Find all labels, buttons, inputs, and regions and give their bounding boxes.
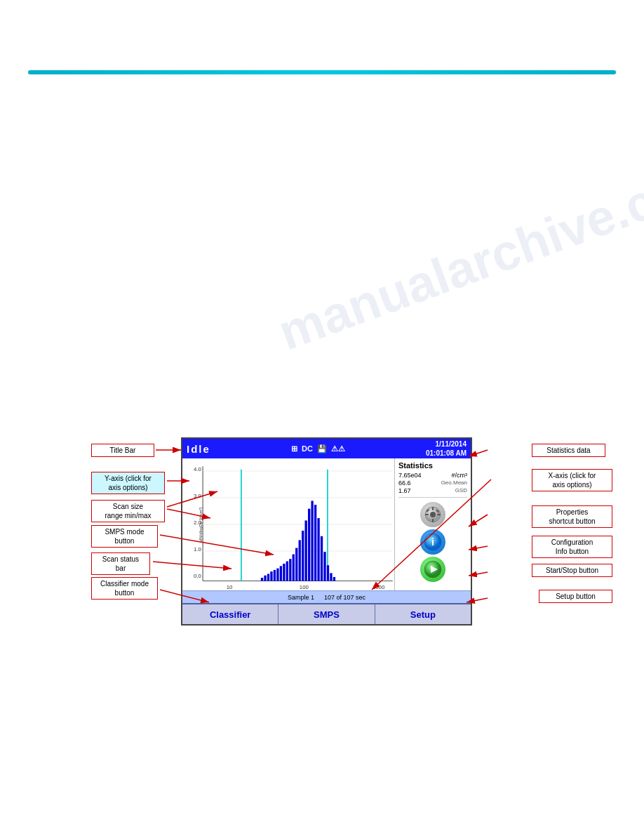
label-smps-mode: SMPS mode button: [91, 525, 158, 548]
label-scan-status: Scan status bar: [91, 552, 150, 575]
stats-row-1: 7.65e04 #/cm³: [398, 472, 467, 479]
svg-rect-36: [323, 552, 326, 581]
svg-rect-31: [308, 509, 310, 581]
svg-rect-19: [270, 571, 272, 581]
label-y-axis: Y-axis (click for axis options): [91, 472, 165, 494]
titlebar-status: Idle: [187, 443, 210, 455]
stats-label-3: GSD: [455, 487, 467, 494]
svg-text:1.0: 1.0: [194, 546, 202, 552]
svg-rect-16: [261, 578, 263, 581]
svg-rect-30: [304, 520, 307, 581]
svg-rect-22: [280, 566, 282, 581]
start-stop-button[interactable]: [420, 557, 445, 582]
top-decorative-bar: [28, 70, 616, 74]
svg-rect-28: [299, 540, 301, 581]
properties-shortcut-button[interactable]: [420, 502, 445, 527]
svg-rect-39: [333, 577, 335, 581]
svg-rect-24: [286, 562, 288, 581]
tab-setup[interactable]: Setup: [375, 604, 471, 624]
stats-value-1: 7.65e04: [398, 472, 422, 479]
svg-text:4.0: 4.0: [194, 466, 202, 472]
dc-label: DC: [302, 444, 313, 453]
svg-rect-44: [432, 519, 434, 522]
svg-rect-32: [311, 501, 313, 581]
chart-area[interactable]: dN/dlogDp [#/cm³] 4.0 3.0 2.0 1.0 0.0: [182, 458, 395, 590]
stats-label-2: Geo.Mean: [441, 479, 467, 486]
svg-rect-20: [274, 570, 276, 581]
screen-titlebar: Idle ⊞ DC 💾 ⚠⚠ 1/11/2014 01:01:08 AM: [182, 439, 471, 458]
svg-rect-38: [330, 573, 332, 581]
tab-bar: Classifier SMPS Setup: [182, 603, 471, 624]
svg-text:0.0: 0.0: [194, 573, 202, 579]
stats-value-2: 66.6: [398, 479, 411, 486]
label-title-bar: Title Bar: [91, 444, 154, 457]
icon-buttons: i: [398, 497, 467, 582]
chart-svg[interactable]: 4.0 3.0 2.0 1.0 0.0 10 100: [182, 458, 394, 590]
svg-rect-46: [437, 514, 441, 515]
svg-text:i: i: [431, 536, 434, 548]
svg-text:1000: 1000: [373, 584, 385, 590]
configuration-info-button[interactable]: i: [420, 529, 445, 555]
device-screen: Idle ⊞ DC 💾 ⚠⚠ 1/11/2014 01:01:08 AM dN/…: [181, 437, 472, 626]
svg-rect-18: [267, 574, 269, 581]
titlebar-date: 1/11/2014: [426, 439, 467, 449]
stats-row-3: 1.67 GSD: [398, 487, 467, 494]
warning-icon: ⚠⚠: [331, 444, 345, 454]
svg-rect-26: [293, 555, 295, 581]
svg-text:100: 100: [300, 584, 309, 590]
tab-classifier[interactable]: Classifier: [182, 604, 279, 624]
svg-rect-35: [321, 536, 323, 581]
label-properties-shortcut: Properties shortcut button: [532, 505, 612, 528]
scan-sample: Sample 1: [288, 594, 314, 601]
svg-rect-25: [289, 559, 291, 581]
label-config-info: Configuration Info button: [532, 536, 612, 558]
grid-icon: ⊞: [291, 444, 297, 454]
svg-rect-27: [295, 548, 297, 581]
titlebar-time: 01:01:08 AM: [426, 449, 467, 458]
page-wrapper: manualarchive.com Idle ⊞ DC 💾 ⚠⚠ 1/11/20…: [0, 0, 644, 834]
titlebar-icons: ⊞ DC 💾 ⚠⚠: [291, 444, 345, 454]
tab-smps[interactable]: SMPS: [279, 604, 375, 624]
svg-text:10: 10: [227, 584, 233, 590]
label-x-axis: X-axis (click for axis options): [532, 469, 612, 491]
label-classifier-mode: Classifier mode button: [91, 577, 158, 600]
y-axis-label: dN/dlogDp [#/cm³]: [199, 508, 203, 541]
arrows-svg: [0, 0, 644, 834]
svg-rect-33: [314, 505, 316, 581]
svg-point-42: [430, 512, 436, 517]
label-scan-size: Scan size range min/max: [91, 500, 165, 522]
screen-body: dN/dlogDp [#/cm³] 4.0 3.0 2.0 1.0 0.0: [182, 458, 471, 590]
label-setup-button: Setup button: [539, 590, 612, 603]
stats-panel: Statistics 7.65e04 #/cm³ 66.6 Geo.Mean 1…: [395, 458, 471, 590]
svg-rect-29: [302, 531, 304, 581]
stats-row-2: 66.6 Geo.Mean: [398, 479, 467, 486]
stats-unit-1: #/cm³: [452, 472, 468, 479]
svg-rect-43: [432, 507, 434, 510]
label-start-stop: Start/Stop button: [532, 564, 612, 577]
svg-rect-34: [317, 518, 319, 581]
watermark: manualarchive.com: [271, 146, 644, 362]
svg-rect-21: [276, 569, 279, 581]
save-icon: 💾: [317, 444, 327, 454]
scan-progress: 107 of 107 sec: [324, 594, 365, 601]
svg-rect-45: [425, 514, 429, 515]
svg-text:3.0: 3.0: [194, 493, 202, 499]
scan-status-bar: Sample 1 107 of 107 sec: [182, 590, 471, 603]
stats-value-3: 1.67: [398, 487, 411, 494]
stats-title: Statistics: [398, 461, 467, 470]
svg-rect-37: [327, 565, 329, 581]
svg-rect-17: [264, 576, 266, 581]
svg-rect-23: [283, 564, 285, 581]
titlebar-datetime: 1/11/2014 01:01:08 AM: [426, 439, 467, 458]
label-statistics-data: Statistics data: [532, 444, 605, 457]
